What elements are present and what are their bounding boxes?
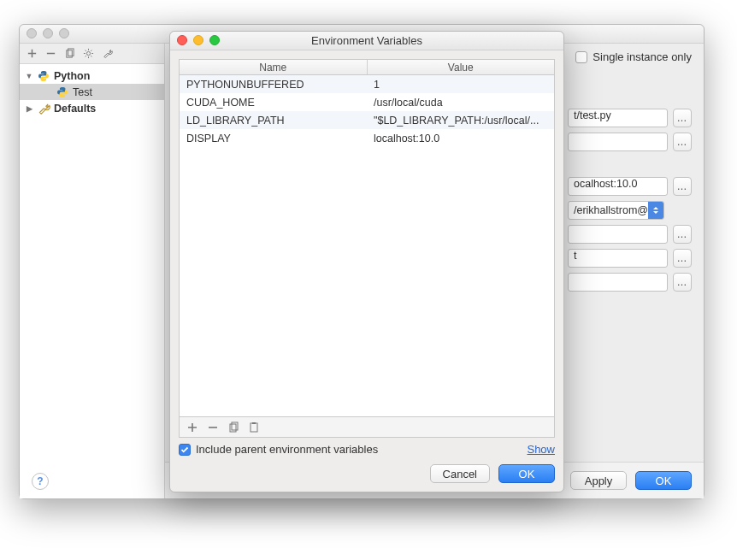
script-path-input[interactable]: t/test.py bbox=[568, 109, 668, 127]
checkbox-icon[interactable] bbox=[575, 51, 587, 63]
params-input[interactable] bbox=[568, 133, 668, 151]
sidebar-item-label: Defaults bbox=[54, 103, 96, 115]
cell-name[interactable]: PYTHONUNBUFFERED bbox=[180, 79, 367, 91]
cell-value[interactable]: "$LD_LIBRARY_PATH:/usr/local/... bbox=[367, 115, 554, 127]
svg-rect-4 bbox=[232, 422, 238, 430]
single-instance-label: Single instance only bbox=[593, 50, 692, 63]
sidebar-item-test[interactable]: Test bbox=[20, 84, 164, 100]
cell-value[interactable]: /usr/local/cuda bbox=[367, 97, 554, 109]
env-display-input[interactable]: ocalhost:10.0 bbox=[568, 177, 668, 196]
table-row[interactable]: PYTHONUNBUFFERED 1 bbox=[180, 75, 554, 93]
gear-icon[interactable] bbox=[83, 48, 95, 60]
table-toolbar bbox=[180, 416, 554, 437]
ok-button[interactable]: OK bbox=[635, 471, 692, 490]
include-parent-checkbox[interactable]: Include parent environment variables bbox=[179, 443, 378, 456]
plus-icon[interactable] bbox=[27, 48, 38, 60]
browse-button[interactable]: … bbox=[673, 177, 692, 196]
svg-point-2 bbox=[86, 51, 90, 55]
env-footer: Cancel OK bbox=[179, 464, 555, 483]
show-link[interactable]: Show bbox=[527, 443, 555, 456]
config-sidebar: ▼ Python Test ▶ bbox=[20, 44, 165, 498]
svg-rect-0 bbox=[67, 50, 73, 56]
python-icon bbox=[37, 69, 50, 83]
table-row[interactable]: DISPLAY localhost:10.0 bbox=[180, 129, 554, 147]
close-icon[interactable] bbox=[177, 35, 187, 45]
plus-icon[interactable] bbox=[186, 421, 198, 433]
cell-value[interactable]: localhost:10.0 bbox=[367, 133, 554, 144]
column-name[interactable]: Name bbox=[180, 60, 368, 74]
cell-name[interactable]: LD_LIBRARY_PATH bbox=[180, 115, 367, 127]
include-parent-label: Include parent environment variables bbox=[196, 443, 378, 456]
copy-icon[interactable] bbox=[64, 48, 76, 60]
browse-button[interactable]: … bbox=[673, 225, 692, 244]
svg-rect-3 bbox=[230, 424, 236, 432]
browse-button[interactable]: … bbox=[673, 109, 692, 127]
sidebar-tree[interactable]: ▼ Python Test ▶ bbox=[20, 64, 164, 498]
browse-button[interactable]: … bbox=[673, 249, 692, 268]
svg-rect-5 bbox=[251, 423, 257, 432]
env-vars-table[interactable]: Name Value PYTHONUNBUFFERED 1 CUDA_HOME … bbox=[179, 59, 555, 438]
config-fields: t/test.py … … ocalhost:10.0 … /erikhalls… bbox=[568, 109, 692, 292]
field-interpreter[interactable]: /erikhallstrom@ bbox=[568, 201, 692, 220]
table-header: Name Value bbox=[180, 60, 554, 75]
sidebar-item-label: Test bbox=[73, 86, 92, 98]
include-parent-row: Include parent environment variables Sho… bbox=[179, 443, 555, 456]
close-icon[interactable] bbox=[27, 28, 37, 38]
field-working-dir: t … bbox=[568, 249, 692, 268]
field-interp-opts: … bbox=[568, 225, 692, 244]
field-params: … bbox=[568, 133, 692, 151]
minimize-icon[interactable] bbox=[43, 28, 53, 38]
env-titlebar: Environment Variables bbox=[170, 32, 563, 50]
working-dir-input[interactable]: t bbox=[568, 249, 668, 268]
interpreter-select[interactable]: /erikhallstrom@ bbox=[568, 201, 664, 220]
minus-icon[interactable] bbox=[45, 48, 57, 60]
column-value[interactable]: Value bbox=[368, 60, 555, 74]
cell-name[interactable]: DISPLAY bbox=[180, 133, 367, 144]
table-row[interactable]: LD_LIBRARY_PATH "$LD_LIBRARY_PATH:/usr/l… bbox=[180, 111, 554, 129]
extra-input[interactable] bbox=[568, 273, 668, 292]
ok-button[interactable]: OK bbox=[498, 464, 555, 483]
minus-icon[interactable] bbox=[207, 421, 219, 433]
sidebar-item-defaults[interactable]: ▶ Defaults bbox=[20, 100, 164, 116]
cell-name[interactable]: CUDA_HOME bbox=[180, 97, 367, 109]
chevron-right-icon[interactable]: ▶ bbox=[25, 104, 33, 113]
traffic-lights-front bbox=[177, 35, 220, 45]
zoom-icon[interactable] bbox=[209, 35, 220, 45]
wrench-icon bbox=[37, 102, 50, 115]
single-instance-checkbox[interactable]: Single instance only bbox=[575, 50, 692, 63]
traffic-lights-back bbox=[27, 28, 69, 38]
svg-rect-1 bbox=[68, 48, 74, 55]
interpreter-value: /erikhallstrom@ bbox=[574, 204, 648, 216]
sidebar-item-label: Python bbox=[54, 70, 90, 82]
sidebar-toolbar bbox=[20, 44, 164, 64]
chevron-down-icon[interactable]: ▼ bbox=[25, 72, 33, 80]
minimize-icon[interactable] bbox=[193, 35, 203, 45]
paste-icon[interactable] bbox=[248, 421, 260, 433]
cell-value[interactable]: 1 bbox=[367, 79, 554, 91]
env-body: Name Value PYTHONUNBUFFERED 1 CUDA_HOME … bbox=[170, 50, 563, 492]
zoom-icon[interactable] bbox=[59, 28, 69, 38]
copy-icon[interactable] bbox=[227, 421, 239, 433]
chevron-updown-icon[interactable] bbox=[648, 202, 663, 219]
browse-button[interactable]: … bbox=[673, 273, 692, 292]
table-row[interactable]: CUDA_HOME /usr/local/cuda bbox=[180, 93, 554, 111]
field-script-path: t/test.py … bbox=[568, 109, 692, 127]
checkbox-checked-icon[interactable] bbox=[179, 444, 191, 456]
help-button[interactable]: ? bbox=[32, 473, 49, 490]
field-env-display: ocalhost:10.0 … bbox=[568, 177, 692, 196]
sidebar-item-python[interactable]: ▼ Python bbox=[20, 68, 164, 84]
browse-button[interactable]: … bbox=[673, 133, 692, 151]
env-vars-dialog: Environment Variables Name Value PYTHONU… bbox=[169, 31, 564, 492]
svg-rect-6 bbox=[252, 422, 256, 424]
apply-button[interactable]: Apply bbox=[570, 471, 627, 490]
field-extra: … bbox=[568, 273, 692, 292]
python-icon bbox=[56, 85, 69, 99]
dialog-title: Environment Variables bbox=[311, 34, 422, 47]
wrench-icon[interactable] bbox=[102, 48, 114, 60]
interp-opts-input[interactable] bbox=[568, 225, 668, 244]
table-body: PYTHONUNBUFFERED 1 CUDA_HOME /usr/local/… bbox=[180, 75, 554, 416]
cancel-button[interactable]: Cancel bbox=[430, 464, 490, 483]
